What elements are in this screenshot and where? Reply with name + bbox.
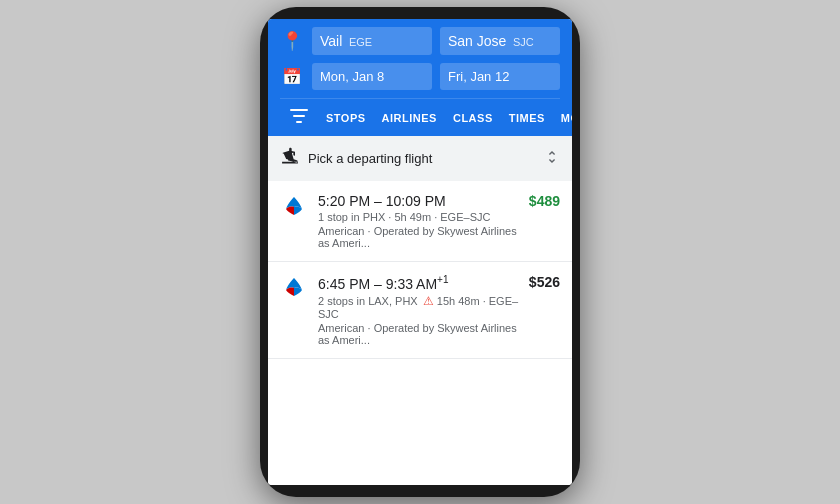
header-blue: 📍 Vail EGE San Jose SJC 📅 Mon, Jan 8 Fri… (268, 19, 572, 136)
date-row: 📅 Mon, Jan 8 Fri, Jan 12 (280, 63, 560, 90)
tab-times[interactable]: TIMES (501, 102, 553, 134)
origin-city: Vail (320, 33, 342, 49)
tab-stops[interactable]: STOPS (318, 102, 374, 134)
pick-flight-label: Pick a departing flight (308, 151, 432, 166)
location-pin-icon: 📍 (280, 30, 304, 52)
flight-details: 1 stop in PHX · 5h 49m · EGE–SJC (318, 211, 519, 223)
tab-class[interactable]: CLASS (445, 102, 501, 134)
svg-rect-0 (290, 109, 308, 111)
warning-icon: ⚠ (423, 294, 434, 308)
next-day-indicator: +1 (437, 274, 448, 285)
dest-city: San Jose (448, 33, 506, 49)
flight-details: 2 stops in LAX, PHX ⚠ 15h 48m · EGE–SJC (318, 294, 519, 320)
flight-info: 6:45 PM – 9:33 AM+1 2 stops in LAX, PHX … (318, 274, 519, 346)
location-row: 📍 Vail EGE San Jose SJC (280, 27, 560, 55)
flight-price: $489 (529, 193, 560, 209)
departure-date: Mon, Jan 8 (320, 69, 384, 84)
svg-rect-2 (296, 121, 302, 123)
pick-flight-bar: Pick a departing flight (268, 136, 572, 181)
tab-more[interactable]: MO (553, 102, 572, 134)
flight-price: $526 (529, 274, 560, 290)
flight-info: 5:20 PM – 10:09 PM 1 stop in PHX · 5h 49… (318, 193, 519, 249)
origin-field[interactable]: Vail EGE (312, 27, 432, 55)
filter-icon[interactable] (280, 99, 318, 136)
return-date-field[interactable]: Fri, Jan 12 (440, 63, 560, 90)
flight-times: 5:20 PM – 10:09 PM (318, 193, 519, 209)
results-area: Pick a departing flight (268, 136, 572, 485)
pick-flight-left: Pick a departing flight (280, 146, 432, 171)
sort-icon[interactable] (544, 149, 560, 169)
return-date: Fri, Jan 12 (448, 69, 509, 84)
flight-carrier: American · Operated by Skywest Airlines … (318, 322, 519, 346)
dest-code: SJC (513, 36, 534, 48)
phone-screen: 📍 Vail EGE San Jose SJC 📅 Mon, Jan 8 Fri… (268, 19, 572, 485)
svg-rect-1 (293, 115, 305, 117)
departure-date-field[interactable]: Mon, Jan 8 (312, 63, 432, 90)
flight-times: 6:45 PM – 9:33 AM+1 (318, 274, 519, 292)
departing-plane-icon (280, 146, 300, 171)
destination-field[interactable]: San Jose SJC (440, 27, 560, 55)
airline-logo (280, 193, 308, 221)
filter-tabs-bar: STOPS AIRLINES CLASS TIMES MO (280, 98, 560, 136)
flight-card[interactable]: 6:45 PM – 9:33 AM+1 2 stops in LAX, PHX … (268, 262, 572, 359)
phone-frame: 📍 Vail EGE San Jose SJC 📅 Mon, Jan 8 Fri… (260, 7, 580, 497)
tab-airlines[interactable]: AIRLINES (374, 102, 445, 134)
flight-carrier: American · Operated by Skywest Airlines … (318, 225, 519, 249)
origin-code: EGE (349, 36, 372, 48)
flight-card[interactable]: 5:20 PM – 10:09 PM 1 stop in PHX · 5h 49… (268, 181, 572, 262)
airline-logo (280, 274, 308, 302)
calendar-icon: 📅 (280, 67, 304, 86)
